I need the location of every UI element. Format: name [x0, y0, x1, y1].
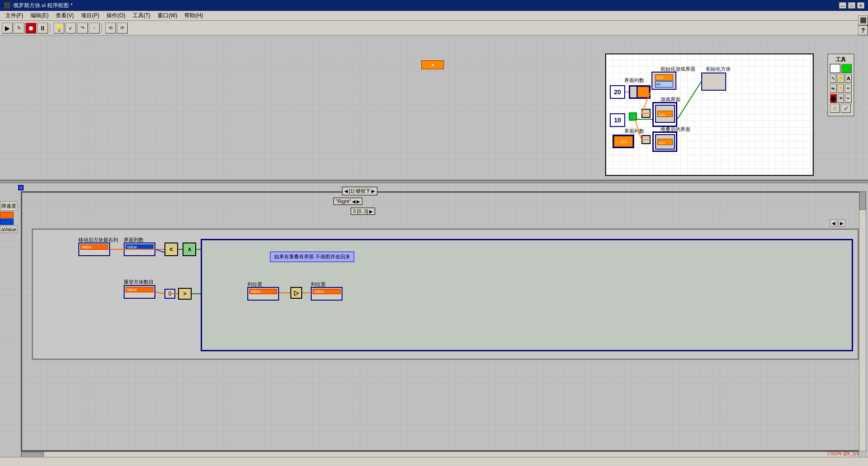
palette-red-btn[interactable]: ⬤ [830, 94, 837, 103]
run-continuously-button[interactable]: ↻ [14, 23, 24, 34]
event-next-arrow[interactable]: ▶ [371, 189, 375, 194]
array-val [637, 87, 649, 97]
init-game-node[interactable]: 123 arr [651, 72, 676, 90]
palette-probe-btn[interactable]: ✏ [845, 84, 852, 93]
menu-window[interactable]: 窗口(W) [154, 11, 181, 20]
init-game-value: 123 [655, 74, 673, 81]
step-into-button[interactable]: ↙ [65, 23, 76, 34]
speed-orange-bar [0, 212, 14, 218]
step-over-button[interactable]: ↷ [77, 23, 88, 34]
num20-ctrl[interactable]: 20 [610, 85, 625, 99]
scene-cols-lower-node[interactable]: Value [124, 243, 155, 256]
stack-scene-inner: 123 [655, 134, 675, 150]
col-pos-right-node[interactable]: Value [311, 287, 342, 301]
stack-scene-orange: 123 [657, 139, 673, 145]
green-square [629, 112, 637, 121]
num3-next-arrow[interactable]: ▶ [369, 209, 373, 214]
titlebar: ⬛ 俄罗斯方块.vi 程序框图 * — □ ✕ [0, 0, 868, 11]
vi-icon-button[interactable]: ⬛ [858, 15, 868, 25]
statusbar [0, 457, 868, 466]
scene-cols-label: 界面列数 [624, 77, 644, 84]
palette-finger-btn[interactable]: ↖ [830, 74, 836, 83]
speed-blue-bar [0, 218, 14, 225]
top-canvas[interactable]: 工具 ↖ ✋ A ⇆ ✋ ✏ ⬤ 👁 ✏ □ [0, 35, 868, 180]
palette-wire-btn[interactable]: ⇆ [830, 84, 837, 93]
init-game-array: arr [655, 81, 673, 87]
col-pos-left-node[interactable]: Value [247, 287, 279, 301]
redo-button[interactable]: ⟳ [117, 23, 128, 34]
reset-count-label: 重登方块数目 [124, 279, 154, 286]
menu-view[interactable]: 查看(V) [52, 11, 77, 20]
palette-white-btn[interactable] [830, 64, 840, 73]
menu-operate[interactable]: 操作(O) [103, 11, 129, 20]
vi-panel-inner[interactable]: 初始化游戏界面 123 arr 界面列数 20 [606, 54, 813, 175]
maximize-button[interactable]: □ [848, 2, 855, 9]
top-orange-indicator: ● [421, 60, 444, 69]
palette-fill-btn[interactable]: 🖊 [841, 104, 851, 113]
menu-help[interactable]: 帮助(H) [181, 11, 207, 20]
game-scene-node[interactable]: 123 [652, 102, 677, 127]
menu-tools[interactable]: 工具(T) [129, 11, 154, 20]
col-pos-left-orange: Value [249, 289, 277, 294]
palette-hand-btn[interactable]: ✋ [837, 74, 844, 83]
abort-button[interactable]: ⏺ [25, 23, 36, 34]
init-block-label: 初始化方块 [706, 66, 731, 73]
menu-project[interactable]: 项目(P) [77, 11, 103, 20]
speed-label: 障速度 [0, 201, 18, 211]
palette-text-btn[interactable]: A [845, 74, 852, 83]
string-selector-text: "Right" [336, 199, 351, 204]
minimize-button[interactable]: — [839, 2, 846, 9]
palette-row-3: ⬤ 👁 ✏ [830, 94, 852, 103]
scene-cols-blue: Value [125, 244, 154, 250]
move-block-node[interactable]: Value [78, 243, 110, 256]
and-node: ∧ [183, 243, 196, 256]
col-pos-right-orange: Value [313, 289, 341, 294]
palette-pencil-btn[interactable]: ✏ [845, 94, 852, 103]
palette-rect-btn[interactable]: □ [830, 104, 840, 113]
v-scrollbar[interactable] [859, 191, 866, 451]
toolbar: ▶ ↻ ⏺ ⏸ 💡 ↙ ↷ ↑ ⟲ ⟳ [0, 21, 868, 35]
identity-node: ▷ [290, 287, 302, 299]
v-scrollbar-thumb[interactable] [859, 192, 866, 210]
pause-button[interactable]: ⏸ [37, 23, 48, 34]
scroll-right-btn[interactable]: ▶ [838, 219, 845, 227]
palette-row-2: ⇆ ✋ ✏ [830, 84, 852, 93]
array-ctrl-rows[interactable]: 123 [612, 135, 634, 148]
connector-2 [641, 135, 651, 144]
string-prev-arrow[interactable]: ◀ [352, 199, 356, 204]
num10-ctrl[interactable]: 10 [610, 113, 625, 127]
palette-move-btn[interactable]: ✋ [838, 84, 844, 93]
palette-row-4: □ 🖊 [830, 104, 852, 113]
menu-file[interactable]: 文件(F) [2, 11, 27, 20]
connector-1 [641, 109, 651, 118]
scroll-controls[interactable]: ◀ ▶ [830, 219, 845, 227]
event-prev-arrow[interactable]: ◀ [344, 189, 348, 194]
reset-count-node[interactable]: Value [124, 285, 155, 299]
string-selector[interactable]: "Right" ◀ ▶ [333, 198, 362, 205]
string-next-arrow[interactable]: ▶ [357, 199, 360, 204]
stack-scene-node[interactable]: 123 [652, 131, 677, 152]
array-ctrl-20[interactable] [629, 85, 651, 99]
array-idx [630, 87, 637, 97]
titlebar-left: ⬛ 俄罗斯方块.vi 程序框图 * [4, 2, 72, 10]
toolbar-separator-2 [101, 23, 103, 33]
run-button[interactable]: ▶ [2, 23, 13, 34]
close-button[interactable]: ✕ [857, 2, 864, 9]
palette-green-btn[interactable] [841, 64, 852, 73]
num3-text: 3 [0..3] [353, 209, 368, 214]
undo-button[interactable]: ⟲ [105, 23, 116, 34]
event-selector[interactable]: ◀ [1] 键按下 ▶ [342, 187, 377, 195]
titlebar-controls[interactable]: — □ ✕ [839, 2, 864, 9]
app-icon: ⬛ [4, 2, 10, 9]
help-button[interactable]: ? [858, 25, 868, 35]
menu-edit[interactable]: 编辑(E) [27, 11, 52, 20]
bottom-canvas[interactable]: 障速度 aValue ◀ [1] 键按下 ▶ "Right" ◀ ▶ 3 [0.… [0, 183, 868, 465]
num3-selector[interactable]: 3 [0..3] ▶ [351, 208, 375, 215]
window-title: 俄罗斯方块.vi 程序框图 * [13, 2, 72, 10]
palette-eye-btn[interactable]: 👁 [838, 94, 844, 103]
highlight-button[interactable]: 💡 [53, 23, 64, 34]
compare-lt-node: < [164, 243, 178, 256]
scroll-left-btn[interactable]: ◀ [830, 219, 837, 227]
step-out-button[interactable]: ↑ [89, 23, 100, 34]
init-block-node[interactable] [701, 73, 726, 91]
